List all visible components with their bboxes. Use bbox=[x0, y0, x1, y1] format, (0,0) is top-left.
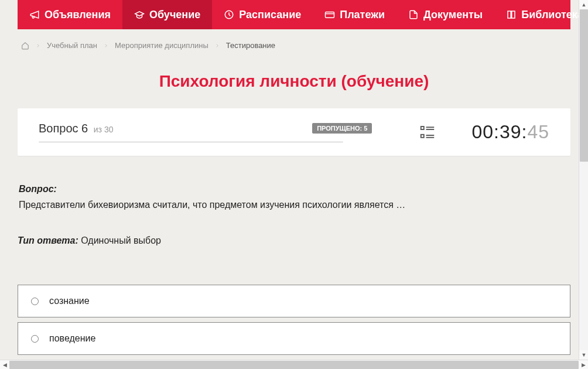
nav-label: Расписание bbox=[239, 9, 301, 21]
nav-label: Обучение bbox=[149, 9, 200, 21]
nav-learning[interactable]: Обучение bbox=[122, 0, 212, 29]
scroll-right-icon[interactable]: ▶ bbox=[579, 360, 588, 369]
scroll-up-icon[interactable]: ▲ bbox=[579, 0, 588, 9]
vertical-scrollbar[interactable]: ▲ ▼ bbox=[579, 0, 588, 360]
nav-label: Документы bbox=[423, 9, 483, 21]
breadcrumb-current: Тестирование bbox=[226, 41, 275, 50]
answer-text: поведение bbox=[49, 333, 95, 344]
nav-schedule[interactable]: Расписание bbox=[212, 0, 313, 29]
answers-list: сознание поведение бессознательное bbox=[18, 285, 570, 360]
chevron-right-icon bbox=[35, 43, 41, 49]
question-label: Вопрос: bbox=[19, 184, 569, 194]
clock-icon bbox=[224, 9, 234, 20]
book-icon bbox=[506, 9, 517, 20]
scroll-left-icon[interactable]: ◀ bbox=[0, 360, 9, 369]
svg-rect-1 bbox=[326, 12, 334, 18]
scroll-thumb[interactable] bbox=[9, 361, 579, 369]
file-icon bbox=[408, 9, 419, 20]
megaphone-icon bbox=[29, 9, 40, 20]
card-icon bbox=[324, 9, 335, 20]
nav-label: Объявления bbox=[45, 9, 111, 21]
answer-radio[interactable] bbox=[31, 335, 39, 343]
svg-rect-2 bbox=[421, 127, 424, 129]
chevron-right-icon bbox=[103, 43, 109, 49]
breadcrumb: Учебный план Мероприятие дисциплины Тест… bbox=[18, 35, 570, 56]
answer-option[interactable]: сознание bbox=[18, 285, 570, 317]
answer-option[interactable]: поведение bbox=[18, 322, 570, 355]
chevron-right-icon bbox=[214, 43, 220, 49]
svg-rect-3 bbox=[421, 134, 424, 137]
answer-type: Тип ответа: Одиночный выбор bbox=[18, 235, 570, 246]
nav-label: Платежи bbox=[340, 9, 385, 21]
question-text: Представители бихевиоризма считали, что … bbox=[19, 198, 569, 212]
question-number: Вопрос 6 из 30 bbox=[39, 122, 114, 135]
breadcrumb-link[interactable]: Мероприятие дисциплины bbox=[115, 41, 208, 50]
nav-announcements[interactable]: Объявления bbox=[18, 0, 122, 29]
progress-bar bbox=[39, 141, 343, 143]
graduation-icon bbox=[134, 9, 145, 20]
timer: 00:39:45 bbox=[471, 121, 549, 143]
main-nav: Объявления Обучение Расписание Платежи Д… bbox=[18, 0, 570, 29]
nav-payments[interactable]: Платежи bbox=[313, 0, 396, 29]
home-icon[interactable] bbox=[21, 42, 29, 50]
answer-radio[interactable] bbox=[31, 298, 39, 305]
nav-documents[interactable]: Документы bbox=[396, 0, 494, 29]
status-bar: Вопрос 6 из 30 ПРОПУЩЕНО: 5 00:39:45 bbox=[18, 108, 570, 156]
scroll-thumb[interactable] bbox=[580, 9, 588, 162]
skipped-badge: ПРОПУЩЕНО: 5 bbox=[312, 123, 372, 134]
horizontal-scrollbar[interactable]: ◀ ▶ bbox=[0, 360, 588, 369]
page-title: Психология личности (обучение) bbox=[0, 72, 588, 91]
nav-library[interactable]: Библиотека bbox=[494, 0, 588, 29]
answer-text: сознание bbox=[49, 296, 90, 306]
breadcrumb-link[interactable]: Учебный план bbox=[47, 41, 97, 50]
scroll-down-icon[interactable]: ▼ bbox=[579, 350, 588, 360]
question-list-icon[interactable] bbox=[419, 124, 436, 141]
nav-label: Библиотека bbox=[521, 9, 583, 21]
